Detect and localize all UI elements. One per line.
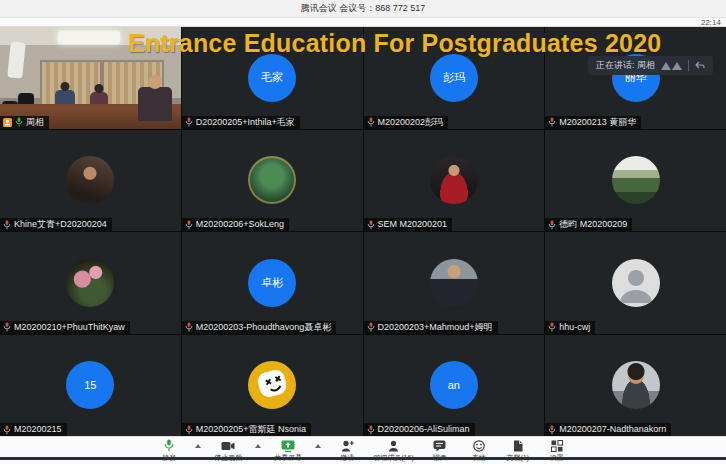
window-titlebar[interactable]: 腾讯会议 会议号：868 772 517 — [0, 0, 726, 18]
muted-mic-icon — [185, 322, 193, 332]
participant-tile[interactable]: M20200205+雷斯廷 Nsonia — [182, 335, 363, 437]
members-icon — [388, 439, 399, 452]
muted-mic-icon — [548, 425, 556, 435]
participant-name: 周相 — [26, 117, 44, 128]
muted-mic-icon — [185, 425, 193, 435]
host-badge-icon — [3, 118, 12, 127]
participant-nameplate: M20200213 黄丽华 — [545, 116, 641, 129]
participant-nameplate: M20200202彭玛 — [364, 116, 449, 129]
toast-divider — [688, 60, 689, 71]
muted-mic-icon — [3, 220, 11, 230]
video-options-caret[interactable] — [255, 444, 261, 448]
camera-icon — [221, 439, 235, 452]
meeting-window: 腾讯会议 会议号：868 772 517 22:14 Entrance Educ… — [0, 0, 726, 464]
participant-tile[interactable]: Khine艾青+D20200204 — [0, 130, 181, 232]
avatar-photo — [66, 259, 114, 307]
avatar-photo — [612, 361, 660, 409]
participant-nameplate: Khine艾青+D20200204 — [0, 218, 112, 231]
participant-name: D20200205+Inthila+毛家 — [196, 117, 295, 128]
participant-nameplate: M20200206+SokLeng — [182, 218, 289, 231]
participant-tile[interactable]: M20200210+PhuuThitKyaw — [0, 232, 181, 334]
participant-tile[interactable]: an D20200206-AliSuliman — [364, 335, 545, 437]
participant-name: M20200202彭玛 — [378, 117, 444, 128]
participant-tile[interactable]: 卓彬 M20200203-Phoudthavong聂卓彬 — [182, 232, 363, 334]
muted-mic-icon — [3, 425, 11, 435]
participant-nameplate: SEM M20200201 — [364, 218, 453, 231]
avatar-emoji — [248, 361, 296, 409]
mic-options-caret[interactable] — [195, 444, 201, 448]
emoji-icon — [473, 439, 485, 452]
participant-name: M20200210+PhuuThitKyaw — [14, 322, 125, 333]
avatar-initials: 卓彬 — [248, 259, 296, 307]
participant-nameplate: 德昀 M20200209 — [545, 218, 632, 231]
document-icon — [513, 439, 523, 452]
avatar-initials: 15 — [66, 361, 114, 409]
participant-tile[interactable]: 德昀 M20200209 — [545, 130, 726, 232]
participant-tile[interactable]: M20200207-Nadthanakorn — [545, 335, 726, 437]
participant-tile[interactable]: 15 M20200215 — [0, 335, 181, 437]
avatar-silhouette — [612, 259, 660, 307]
marshmallow-face-icon — [248, 361, 296, 409]
participant-name: M20200215 — [14, 424, 62, 435]
muted-mic-icon — [367, 220, 375, 230]
participant-tile[interactable]: D20200203+Mahmoud+姆明 — [364, 232, 545, 334]
muted-mic-icon — [3, 322, 11, 332]
avatar-photo — [248, 156, 296, 204]
participant-name: SEM M20200201 — [378, 219, 448, 230]
avatar-initials: 彭玛 — [430, 54, 478, 102]
reply-arrow-icon[interactable] — [695, 61, 705, 70]
participant-name: D20200206-AliSuliman — [378, 424, 470, 435]
active-speaker-toast: 正在讲话: 周相 — [588, 56, 713, 75]
muted-mic-icon — [367, 425, 375, 435]
muted-mic-icon — [548, 220, 556, 230]
avatar-initials: an — [430, 361, 478, 409]
participant-nameplate: M20200203-Phoudthavong聂卓彬 — [182, 321, 337, 334]
share-screen-icon — [281, 439, 295, 452]
ceiling-lamp — [58, 31, 120, 44]
participant-nameplate: D20200206-AliSuliman — [364, 423, 475, 436]
avatar-photo — [430, 156, 478, 204]
participant-tile[interactable]: M20200206+SokLeng — [182, 130, 363, 232]
participant-nameplate: hhu-cwj — [545, 321, 595, 334]
participant-name: Khine艾青+D20200204 — [14, 219, 107, 230]
muted-mic-icon — [367, 117, 375, 127]
participant-name: hhu-cwj — [559, 322, 590, 333]
person-silhouette — [138, 87, 172, 121]
participant-grid: 周相 毛家 D20200205+Inthila+毛家 彭玛 M20200202彭… — [0, 27, 726, 436]
avatar-photo — [66, 156, 114, 204]
status-strip: 22:14 — [0, 18, 726, 27]
person-silhouette-icon — [612, 259, 660, 307]
avatar-photo — [612, 156, 660, 204]
invite-person-icon — [341, 439, 354, 452]
participant-name: M20200205+雷斯廷 Nsonia — [196, 424, 306, 435]
air-conditioner — [7, 41, 26, 78]
microphone-icon — [164, 439, 174, 452]
participant-nameplate: M20200210+PhuuThitKyaw — [0, 321, 130, 334]
participant-name: D20200203+Mahmoud+姆明 — [378, 322, 493, 333]
settings-grid-icon — [551, 439, 563, 452]
participant-nameplate: 周相 — [0, 116, 49, 129]
chat-bubble-icon — [433, 439, 446, 452]
muted-mic-icon — [548, 117, 556, 127]
banner-title: Entrance Education For Postgraduates 202… — [128, 29, 661, 58]
mic-on-icon — [15, 117, 23, 127]
participant-name: M20200203-Phoudthavong聂卓彬 — [196, 322, 332, 333]
active-speaker-label: 正在讲话: 周相 — [596, 59, 655, 72]
avatar-photo — [430, 259, 478, 307]
participant-nameplate: D20200205+Inthila+毛家 — [182, 116, 300, 129]
muted-mic-icon — [185, 117, 193, 127]
window-bottom-edge — [0, 457, 726, 460]
muted-mic-icon — [367, 322, 375, 332]
participant-tile[interactable]: hhu-cwj — [545, 232, 726, 334]
share-options-caret[interactable] — [315, 444, 321, 448]
avatar-initials: 毛家 — [248, 54, 296, 102]
participant-nameplate: M20200215 — [0, 423, 67, 436]
participant-name: 德昀 M20200209 — [559, 219, 627, 230]
participant-tile[interactable]: SEM M20200201 — [364, 130, 545, 232]
participant-nameplate: M20200205+雷斯廷 Nsonia — [182, 423, 311, 436]
participant-nameplate: M20200207-Nadthanakorn — [545, 423, 671, 436]
participant-name: M20200206+SokLeng — [196, 219, 284, 230]
participant-name: M20200207-Nadthanakorn — [559, 424, 666, 435]
participant-nameplate: D20200203+Mahmoud+姆明 — [364, 321, 498, 334]
participant-name: M20200213 黄丽华 — [559, 117, 636, 128]
